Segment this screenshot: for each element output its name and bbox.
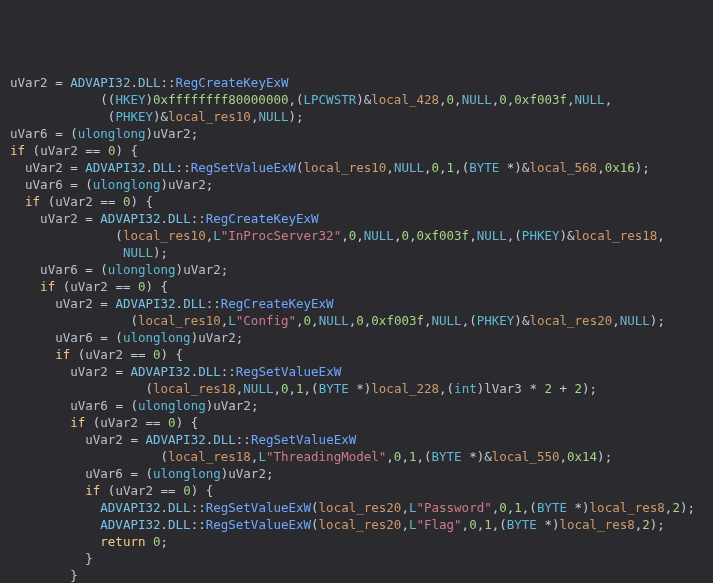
code-line: uVar6 = (ulonglong)uVar2; <box>10 176 703 193</box>
code-line: (local_res10,L"InProcServer32",0,NULL,0,… <box>10 227 703 244</box>
code-line: if (uVar2 == 0) { <box>10 482 703 499</box>
code-line: if (uVar2 == 0) { <box>10 142 703 159</box>
code-line: uVar6 = (ulonglong)uVar2; <box>10 329 703 346</box>
code-line: if (uVar2 == 0) { <box>10 414 703 431</box>
code-line: NULL); <box>10 244 703 261</box>
code-line: if (uVar2 == 0) { <box>10 278 703 295</box>
code-line: uVar2 = ADVAPI32.DLL::RegSetValueExW <box>10 363 703 380</box>
code-line: uVar6 = (ulonglong)uVar2; <box>10 397 703 414</box>
code-line: uVar6 = (ulonglong)uVar2; <box>10 465 703 482</box>
code-line: ((HKEY)0xffffffff80000000,(LPCWSTR)&loca… <box>10 91 703 108</box>
code-line: (local_res10,L"Config",0,NULL,0,0xf003f,… <box>10 312 703 329</box>
code-line: (local_res18,L"ThreadingModel",0,1,(BYTE… <box>10 448 703 465</box>
code-line: uVar2 = ADVAPI32.DLL::RegCreateKeyExW <box>10 295 703 312</box>
code-line: } <box>10 567 703 583</box>
code-line: uVar2 = ADVAPI32.DLL::RegSetValueExW <box>10 431 703 448</box>
code-line: if (uVar2 == 0) { <box>10 193 703 210</box>
code-line: return 0; <box>10 533 703 550</box>
code-line: ADVAPI32.DLL::RegSetValueExW(local_res20… <box>10 499 703 516</box>
code-line: (local_res18,NULL,0,1,(BYTE *)local_228,… <box>10 380 703 397</box>
code-line: } <box>10 550 703 567</box>
code-line: if (uVar2 == 0) { <box>10 346 703 363</box>
code-line: (PHKEY)&local_res10,NULL); <box>10 108 703 125</box>
decompiled-code-view: uVar2 = ADVAPI32.DLL::RegCreateKeyExW ((… <box>10 74 703 583</box>
code-line: ADVAPI32.DLL::RegSetValueExW(local_res20… <box>10 516 703 533</box>
code-line: uVar2 = ADVAPI32.DLL::RegCreateKeyExW <box>10 210 703 227</box>
code-line: uVar2 = ADVAPI32.DLL::RegSetValueExW(loc… <box>10 159 703 176</box>
code-line: uVar2 = ADVAPI32.DLL::RegCreateKeyExW <box>10 74 703 91</box>
code-line: uVar6 = (ulonglong)uVar2; <box>10 261 703 278</box>
code-line: uVar6 = (ulonglong)uVar2; <box>10 125 703 142</box>
